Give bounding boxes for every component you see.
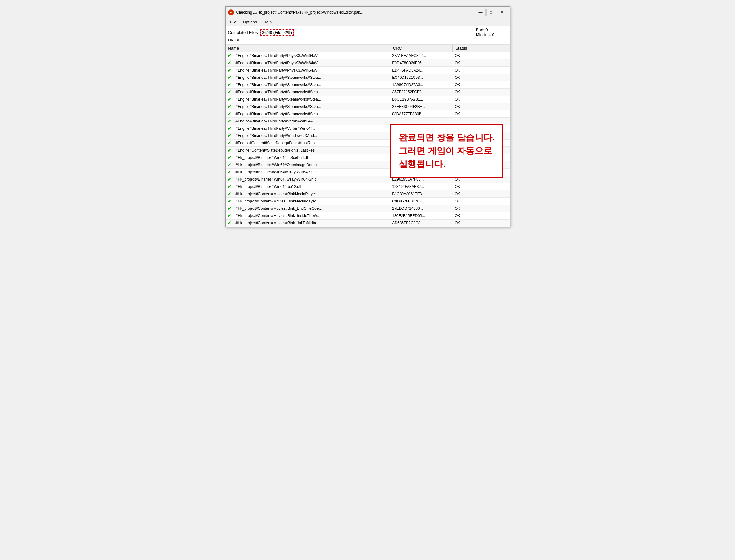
file-name-text: ...#Engine#Content#SlateDebug#Fonts#Last… xyxy=(233,141,318,145)
file-name-cell: ✔...#Hk_project#Binaries#Win64#libScePad… xyxy=(226,154,390,161)
file-status-cell: OK xyxy=(453,220,495,227)
file-name-text: ...#Hk_project#Binaries#Win64#OpenImageD… xyxy=(233,163,321,167)
bad-count: Bad: 0 xyxy=(476,28,495,32)
check-icon: ✔ xyxy=(227,184,231,189)
file-name-text: ...#Hk_project#Content#Movies#Bink_JailT… xyxy=(233,221,319,225)
status-bar: Completed Files: 36/40 (File:92%) Bad: 0… xyxy=(226,26,510,45)
file-crc-cell: A57B82152FCE8... xyxy=(390,89,453,96)
file-crc-cell: 1A98C7AD27A3... xyxy=(390,81,453,89)
col-header-crc: CRC xyxy=(390,45,453,52)
file-crc-cell: 08BA777FB880B... xyxy=(390,110,453,118)
file-name-text: ...#Engine#Binaries#ThirdParty#Steamwork… xyxy=(233,90,321,94)
file-name-text: ...#Engine#Binaries#ThirdParty#PhysX3#Wi… xyxy=(233,53,321,58)
close-button[interactable]: ✕ xyxy=(497,9,507,16)
check-icon: ✔ xyxy=(227,97,231,102)
file-name-text: ...#Engine#Binaries#ThirdParty#Steamwork… xyxy=(233,75,321,80)
menu-help[interactable]: Help xyxy=(260,19,275,25)
table-row: ✔...#Engine#Binaries#ThirdParty#PhysX3#W… xyxy=(226,59,510,67)
file-status-cell: OK xyxy=(453,52,495,59)
title-bar: ● Checking ..#Hk_project#Content#Paks#Hk… xyxy=(226,7,510,18)
minimize-button[interactable]: — xyxy=(476,9,486,16)
table-row: ✔...#Hk_project#Content#Movies#Bink_EndC… xyxy=(226,205,510,212)
check-icon: ✔ xyxy=(227,213,231,218)
check-icon: ✔ xyxy=(227,104,231,109)
menu-file[interactable]: File xyxy=(227,19,240,25)
status-row-top: Completed Files: 36/40 (File:92%) Bad: 0… xyxy=(228,28,507,37)
file-name-cell: ✔...#Engine#Binaries#ThirdParty#PhysX3#W… xyxy=(226,67,390,74)
file-name-text: ...#Engine#Binaries#ThirdParty#Steamwork… xyxy=(233,104,321,109)
file-name-cell: ✔...#Engine#Binaries#ThirdParty#Vorbis#W… xyxy=(226,125,390,132)
table-row: ✔...#Engine#Binaries#ThirdParty#PhysX3#W… xyxy=(226,67,510,74)
table-row: ✔...#Hk_project#Content#Movies#Bink_Jail… xyxy=(226,220,510,227)
file-crc-cell: AD535FB2C8C8... xyxy=(390,220,453,227)
file-status-cell: OK xyxy=(453,81,495,89)
table-row: ✔...#Engine#Binaries#ThirdParty#Steamwor… xyxy=(226,103,510,110)
file-crc-cell: C9D8678F0E703... xyxy=(390,198,453,205)
check-icon: ✔ xyxy=(227,133,231,138)
file-extra-cell xyxy=(495,89,510,96)
file-status-cell: OK xyxy=(453,89,495,96)
check-icon: ✔ xyxy=(227,221,231,226)
file-name-text: ...#Engine#Content#SlateDebug#Fonts#Last… xyxy=(233,148,318,152)
col-header-name: Name xyxy=(226,45,390,52)
file-extra-cell xyxy=(495,74,510,81)
table-row: ✔...#Hk_project#Content#Movies#BinkMedia… xyxy=(226,190,510,198)
check-icon: ✔ xyxy=(227,75,231,80)
file-status-cell: OK xyxy=(453,183,495,190)
file-name-cell: ✔...#Engine#Binaries#ThirdParty#Steamwor… xyxy=(226,74,390,81)
file-name-cell: ✔...#Engine#Content#SlateDebug#Fonts#Las… xyxy=(226,140,390,147)
file-name-cell: ✔...#Hk_project#Content#Movies#BinkMedia… xyxy=(226,198,390,205)
file-extra-cell xyxy=(495,183,510,190)
ok-count: Ok: 36 xyxy=(228,38,240,42)
file-name-cell: ✔...#Engine#Content#SlateDebug#Fonts#Las… xyxy=(226,147,390,154)
file-name-cell: ✔...#Engine#Binaries#ThirdParty#Vorbis#W… xyxy=(226,118,390,125)
file-crc-cell: 2FEE33C04F2BF... xyxy=(390,103,453,110)
check-icon: ✔ xyxy=(227,148,231,153)
file-crc-cell: B1C80A8061EE3... xyxy=(390,190,453,198)
window-controls: — □ ✕ xyxy=(476,9,507,16)
file-name-cell: ✔...#Hk_project#Content#Movies#Bink_EndC… xyxy=(226,205,390,212)
table-row: ✔...#Engine#Binaries#ThirdParty#Steamwor… xyxy=(226,96,510,103)
file-name-cell: ✔...#Hk_project#Binaries#Win64#Stray-Win… xyxy=(226,169,390,176)
file-name-cell: ✔...#Engine#Binaries#ThirdParty#PhysX3#W… xyxy=(226,52,390,59)
table-row: ✔...#Hk_project#Binaries#Win64#tbb12.dll… xyxy=(226,183,510,190)
maximize-button[interactable]: □ xyxy=(486,9,496,16)
file-name-text: ...#Hk_project#Binaries#Win64#tbb12.dll xyxy=(233,184,301,189)
menu-options[interactable]: Options xyxy=(240,19,260,25)
table-row: ✔...#Engine#Binaries#ThirdParty#Steamwor… xyxy=(226,74,510,81)
file-status-cell: OK xyxy=(453,198,495,205)
file-name-cell: ✔...#Engine#Binaries#ThirdParty#PhysX3#W… xyxy=(226,59,390,67)
completed-files-value: 36/40 (File:92%) xyxy=(260,29,294,36)
file-name-text: ...#Hk_project#Content#Movies#BinkMediaP… xyxy=(233,199,321,203)
file-status-cell: OK xyxy=(453,59,495,67)
file-name-text: ...#Engine#Binaries#ThirdParty#Windows#X… xyxy=(233,134,317,138)
app-icon: ● xyxy=(228,9,234,15)
file-status-cell: OK xyxy=(453,103,495,110)
file-name-cell: ✔...#Engine#Binaries#ThirdParty#Steamwor… xyxy=(226,110,390,118)
file-name-cell: ✔...#Hk_project#Binaries#Win64#Stray-Win… xyxy=(226,176,390,183)
file-name-text: ...#Engine#Binaries#ThirdParty#Vorbis#Wi… xyxy=(233,119,316,123)
check-icon: ✔ xyxy=(227,111,231,116)
status-left: Completed Files: 36/40 (File:92%) xyxy=(228,29,294,36)
file-name-cell: ✔...#Engine#Binaries#ThirdParty#Steamwor… xyxy=(226,81,390,89)
check-icon: ✔ xyxy=(227,119,231,124)
file-name-text: ...#Engine#Binaries#ThirdParty#PhysX3#Wi… xyxy=(233,61,321,65)
file-name-cell: ✔...#Engine#Binaries#ThirdParty#Steamwor… xyxy=(226,89,390,96)
check-icon: ✔ xyxy=(227,199,231,204)
file-status-cell: OK xyxy=(453,205,495,212)
check-icon: ✔ xyxy=(227,206,231,211)
check-icon: ✔ xyxy=(227,191,231,196)
file-name-cell: ✔...#Hk_project#Content#Movies#BinkMedia… xyxy=(226,190,390,198)
main-window: ● Checking ..#Hk_project#Content#Paks#Hk… xyxy=(225,6,510,227)
check-icon: ✔ xyxy=(227,177,231,182)
status-row-bottom: Ok: 36 xyxy=(228,38,507,42)
file-extra-cell xyxy=(495,205,510,212)
table-row: ✔...#Engine#Binaries#ThirdParty#Steamwor… xyxy=(226,110,510,118)
table-header-row: Name CRC Status xyxy=(226,45,510,52)
col-header-status: Status xyxy=(453,45,495,52)
file-status-cell: OK xyxy=(453,96,495,103)
completed-files-label: Completed Files: 36/40 (File:92%) xyxy=(228,29,294,36)
file-status-cell: OK xyxy=(453,74,495,81)
file-extra-cell xyxy=(495,212,510,220)
col-header-extra xyxy=(495,45,510,52)
